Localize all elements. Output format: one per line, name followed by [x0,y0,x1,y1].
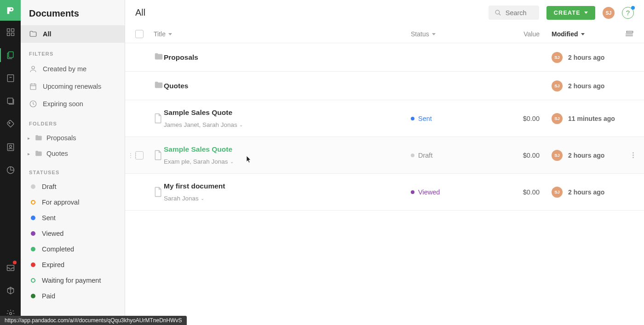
col-value[interactable]: Value [503,30,540,38]
label: Draft [42,183,56,190]
nav-templates-icon[interactable] [0,67,21,90]
modifier-avatar: SJ [552,52,563,63]
sort-caret-icon [168,33,172,35]
sidebar-status[interactable]: Draft [21,179,125,194]
label: For approval [42,199,79,206]
status-badge: Sent [411,115,432,122]
row-value: $0.00 [503,152,540,159]
expand-caret-icon[interactable]: ▸ [26,136,31,141]
statuses-heading: STATUSES [21,161,125,179]
row-title: Proposals [164,53,198,62]
nav-documents-icon[interactable] [0,44,21,67]
sidebar-status[interactable]: Completed [21,241,125,257]
sidebar-status[interactable]: Paid [21,288,125,304]
status-dot-icon [31,184,35,189]
status-dot-icon [411,190,414,194]
folder-row[interactable]: ⋮⋮ProposalsSJ2 hours ago [125,43,644,72]
nav-library-icon[interactable] [0,90,21,113]
select-all-checkbox[interactable] [135,30,144,38]
modifier-avatar: SJ [552,80,563,91]
svg-point-17 [32,66,34,69]
status-dot-icon [31,216,35,220]
main: All CREATE SJ ? Title Status Value Modif… [125,0,644,325]
status-text: Draft [418,152,432,159]
sidebar-filter-created[interactable]: Created by me [21,60,125,78]
sidebar-filter-expiring[interactable]: Expiring soon [21,95,125,113]
sidebar-status[interactable]: For approval [21,194,125,210]
label: Proposals [46,134,76,142]
sidebar-folder[interactable]: ▸Quotes [21,146,125,161]
nav-inbox-icon[interactable] [0,256,21,279]
create-button[interactable]: CREATE [546,6,595,20]
row-title: My first document [164,182,225,190]
col-title[interactable]: Title [154,30,411,38]
document-row[interactable]: ⋮⋮Sample Sales QuoteExam ple, Sarah Jona… [125,137,644,174]
sort-caret-icon [581,33,585,35]
svg-point-23 [495,10,500,14]
col-modified[interactable]: Modified [540,30,620,38]
label: Expired [42,261,64,268]
nav-rail [0,0,21,325]
folder-row[interactable]: ⋮⋮QuotesSJ2 hours ago [125,72,644,100]
search-box[interactable] [489,6,539,20]
label: Paid [42,292,55,300]
status-dot-icon [31,294,35,298]
svg-point-13 [9,145,12,148]
folder-icon [29,30,37,38]
sidebar-status[interactable]: Expired [21,257,125,273]
row-value: $0.00 [503,188,540,196]
person-icon [29,65,37,73]
help-button[interactable]: ? [622,7,634,19]
sidebar-status[interactable]: Viewed [21,226,125,241]
status-badge: Draft [411,152,432,159]
app-logo[interactable] [0,0,21,21]
density-toggle[interactable] [620,30,634,38]
row-title: Sample Sales Quote [164,108,232,117]
document-row[interactable]: ⋮⋮Sample Sales QuoteJames Janet, Sarah J… [125,100,644,137]
chevron-down-icon[interactable]: ⌄ [201,196,204,201]
sidebar-title: Documents [21,0,125,25]
expand-caret-icon[interactable]: ▸ [26,151,31,156]
nav-dashboard-icon[interactable] [0,21,21,44]
status-dot-icon [31,247,35,251]
modified-time: 2 hours ago [568,152,604,159]
nav-catalog-icon[interactable] [0,113,21,136]
nav-reports-icon[interactable] [0,159,21,182]
svg-rect-12 [7,144,13,151]
col-status[interactable]: Status [411,30,503,38]
label: Completed [42,245,74,253]
sidebar-folder[interactable]: ▸Proposals [21,130,125,146]
chevron-down-icon[interactable]: ⌄ [230,159,234,164]
folder-icon [154,80,164,91]
modified-time: 11 minutes ago [568,115,615,122]
nav-contacts-icon[interactable] [0,136,21,159]
chevron-down-icon [584,11,588,14]
folder-icon [34,149,43,158]
sidebar-filter-renewals[interactable]: Upcoming renewals [21,78,125,95]
document-row[interactable]: ⋮⋮My first documentSarah Jonas⌄Viewed$0.… [125,174,644,211]
folder-icon [34,134,43,142]
chevron-down-icon[interactable]: ⌄ [239,122,243,127]
svg-rect-6 [7,75,13,82]
drag-handle-icon[interactable]: ⋮⋮ [128,152,138,159]
nav-apps-icon[interactable] [0,279,21,302]
sidebar-status[interactable]: Sent [21,210,125,226]
user-avatar[interactable]: SJ [603,7,615,19]
document-list: ⋮⋮ProposalsSJ2 hours ago⋮⋮QuotesSJ2 hour… [125,43,644,211]
sidebar-status[interactable]: Waiting for payment [21,273,125,288]
status-dot-icon [31,262,35,267]
search-input[interactable] [506,9,533,17]
svg-rect-1 [7,29,10,32]
row-more-button[interactable] [632,152,634,158]
filters-heading: FILTERS [21,43,125,60]
label: CREATE [554,10,581,16]
folders-heading: FOLDERS [21,113,125,130]
topbar: All CREATE SJ ? [125,0,644,25]
label: Upcoming renewals [43,83,101,90]
row-title: Quotes [164,82,188,90]
row-value: $0.00 [503,115,540,122]
svg-rect-10 [7,98,13,103]
modified-time: 2 hours ago [568,82,604,90]
sidebar-item-all[interactable]: All [21,25,125,43]
status-text: Sent [418,115,432,122]
